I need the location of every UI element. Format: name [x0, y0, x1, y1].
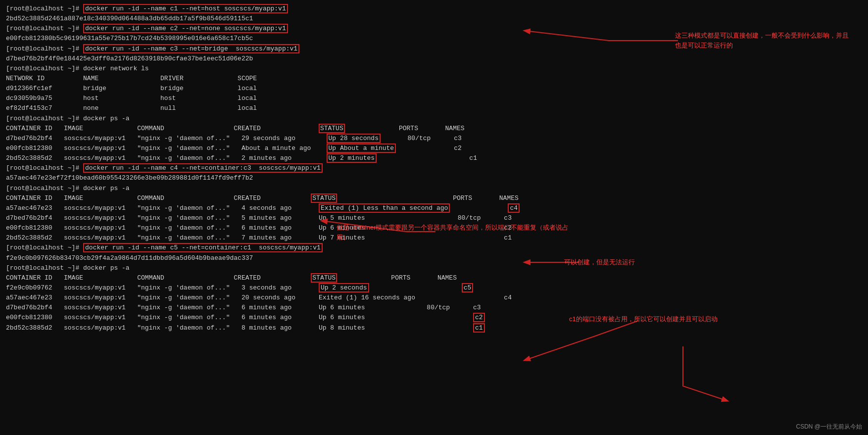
terminal-line-1: [root@localhost ~]# docker run -id --nam… [6, 4, 862, 14]
terminal-line-16: 2bd52c3885d2 soscscs/myapp:v1 "nginx -g … [6, 153, 862, 163]
annotation-note1: 这三种模式都是可以直接创建，一般不会受到什么影响，并且也是可以正常运行的 [675, 31, 853, 50]
terminal-line-32: e00fcb812380 soscscs/myapp:v1 "nginx -g … [6, 313, 862, 323]
terminal-line-19: [root@localhost ~]# docker ps -a [6, 184, 862, 193]
terminal-line-21: a57aec467e23 soscscs/myapp:v1 "nginx -g … [6, 203, 862, 213]
terminal-line-7: [root@localhost ~]# docker network ls [6, 64, 862, 74]
terminal-window: [root@localhost ~]# docker run -id --nam… [0, 0, 868, 337]
annotation-note3: 可以创建，但是无法运行 [564, 257, 635, 267]
terminal-line-12: [root@localhost ~]# docker ps -a [6, 114, 862, 124]
terminal-line-18: a57aec467e23ef72f10bead60b955423266e3be0… [6, 173, 862, 183]
annotation-note4: c1的端口没有被占用，所以它可以创建并且可以启动 [569, 314, 718, 324]
terminal-line-15: e00fcb812380 soscscs/myapp:v1 "nginx -g … [6, 144, 862, 153]
terminal-line-9: d912366fc1ef bridge bridge local [6, 84, 862, 94]
terminal-line-26: f2e9c0b097626b834703cb29f4a2a9864d7d11db… [6, 253, 862, 263]
terminal-line-27: [root@localhost ~]# docker ps -a [6, 263, 862, 273]
terminal-line-25: [root@localhost ~]# docker run -id --nam… [6, 243, 862, 253]
terminal-line-28: CONTAINER ID IMAGE COMMAND CREATED STATU… [6, 273, 862, 283]
terminal-line-14: d7bed76b2bf4 soscscs/myapp:v1 "nginx -g … [6, 134, 862, 144]
terminal-line-11: ef82df4153c7 none null local [6, 103, 862, 113]
terminal-line-17: [root@localhost ~]# docker run -id --nam… [6, 163, 862, 173]
terminal-line-13: CONTAINER ID IMAGE COMMAND CREATED STATU… [6, 124, 862, 134]
terminal-line-20: CONTAINER ID IMAGE COMMAND CREATED STATU… [6, 193, 862, 203]
terminal-line-33: 2bd52c3885d2 soscscs/myapp:v1 "nginx -g … [6, 323, 862, 333]
terminal-line-8: NETWORK ID NAME DRIVER SCOPE [6, 74, 862, 84]
terminal-line-6: d7bed76b2bf4f0e184425e3dff0a2176d8263918… [6, 54, 862, 64]
terminal-line-2: 2bd52c3885d2461a887e18c340390d064488a3db… [6, 14, 862, 24]
watermark: CSDN @一往无前从今始 [796, 423, 862, 431]
terminal-line-30: a57aec467e23 soscscs/myapp:v1 "nginx -g … [6, 293, 862, 303]
terminal-line-10: dc93059b9a75 host host local [6, 94, 862, 103]
terminal-line-31: d7bed76b2bf4 soscscs/myapp:v1 "nginx -g … [6, 303, 862, 313]
annotation-note2: 但是container模式需要跟另一个容器共享命名空间，所以端口不能重复（或者说… [337, 223, 574, 242]
terminal-line-22: d7bed76b2bf4 soscscs/myapp:v1 "nginx -g … [6, 213, 862, 223]
terminal-line-29: f2e9c0b09762 soscscs/myapp:v1 "nginx -g … [6, 283, 862, 293]
